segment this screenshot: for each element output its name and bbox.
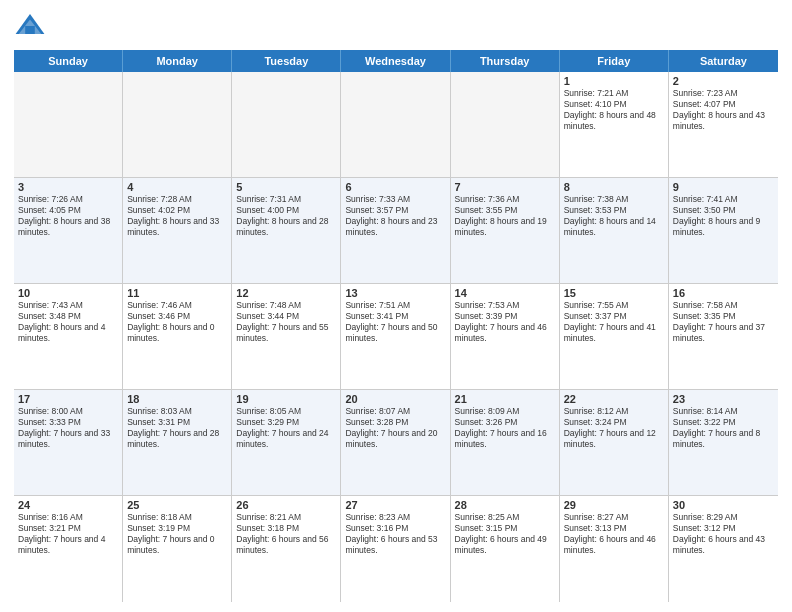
daylight-text: Daylight: 6 hours and 46 minutes.	[564, 534, 664, 556]
calendar-row-1: 3Sunrise: 7:26 AMSunset: 4:05 PMDaylight…	[14, 178, 778, 284]
day-number: 4	[127, 181, 227, 193]
calendar: SundayMondayTuesdayWednesdayThursdayFrid…	[14, 50, 778, 602]
sunset-text: Sunset: 3:50 PM	[673, 205, 774, 216]
day-number: 14	[455, 287, 555, 299]
daylight-text: Daylight: 7 hours and 37 minutes.	[673, 322, 774, 344]
daylight-text: Daylight: 7 hours and 41 minutes.	[564, 322, 664, 344]
sunset-text: Sunset: 3:35 PM	[673, 311, 774, 322]
calendar-cell-2-1: 11Sunrise: 7:46 AMSunset: 3:46 PMDayligh…	[123, 284, 232, 389]
daylight-text: Daylight: 7 hours and 46 minutes.	[455, 322, 555, 344]
sunset-text: Sunset: 3:31 PM	[127, 417, 227, 428]
calendar-cell-0-6: 2Sunrise: 7:23 AMSunset: 4:07 PMDaylight…	[669, 72, 778, 177]
calendar-cell-1-2: 5Sunrise: 7:31 AMSunset: 4:00 PMDaylight…	[232, 178, 341, 283]
sunrise-text: Sunrise: 7:38 AM	[564, 194, 664, 205]
sunset-text: Sunset: 3:24 PM	[564, 417, 664, 428]
sunset-text: Sunset: 3:55 PM	[455, 205, 555, 216]
daylight-text: Daylight: 7 hours and 24 minutes.	[236, 428, 336, 450]
weekday-header-friday: Friday	[560, 50, 669, 72]
sunset-text: Sunset: 4:05 PM	[18, 205, 118, 216]
calendar-cell-1-4: 7Sunrise: 7:36 AMSunset: 3:55 PMDaylight…	[451, 178, 560, 283]
calendar-cell-0-4	[451, 72, 560, 177]
day-number: 26	[236, 499, 336, 511]
sunrise-text: Sunrise: 7:28 AM	[127, 194, 227, 205]
sunrise-text: Sunrise: 8:23 AM	[345, 512, 445, 523]
calendar-cell-3-1: 18Sunrise: 8:03 AMSunset: 3:31 PMDayligh…	[123, 390, 232, 495]
calendar-cell-4-0: 24Sunrise: 8:16 AMSunset: 3:21 PMDayligh…	[14, 496, 123, 602]
daylight-text: Daylight: 6 hours and 53 minutes.	[345, 534, 445, 556]
sunrise-text: Sunrise: 7:26 AM	[18, 194, 118, 205]
sunset-text: Sunset: 3:19 PM	[127, 523, 227, 534]
sunset-text: Sunset: 3:28 PM	[345, 417, 445, 428]
calendar-cell-4-6: 30Sunrise: 8:29 AMSunset: 3:12 PMDayligh…	[669, 496, 778, 602]
sunrise-text: Sunrise: 7:41 AM	[673, 194, 774, 205]
sunset-text: Sunset: 4:07 PM	[673, 99, 774, 110]
day-number: 8	[564, 181, 664, 193]
day-number: 15	[564, 287, 664, 299]
daylight-text: Daylight: 7 hours and 8 minutes.	[673, 428, 774, 450]
calendar-cell-2-2: 12Sunrise: 7:48 AMSunset: 3:44 PMDayligh…	[232, 284, 341, 389]
sunrise-text: Sunrise: 8:25 AM	[455, 512, 555, 523]
sunrise-text: Sunrise: 8:03 AM	[127, 406, 227, 417]
day-number: 13	[345, 287, 445, 299]
sunset-text: Sunset: 4:00 PM	[236, 205, 336, 216]
page-header	[14, 10, 778, 42]
day-number: 1	[564, 75, 664, 87]
daylight-text: Daylight: 8 hours and 33 minutes.	[127, 216, 227, 238]
sunrise-text: Sunrise: 8:12 AM	[564, 406, 664, 417]
daylight-text: Daylight: 8 hours and 0 minutes.	[127, 322, 227, 344]
calendar-cell-2-5: 15Sunrise: 7:55 AMSunset: 3:37 PMDayligh…	[560, 284, 669, 389]
calendar-cell-0-5: 1Sunrise: 7:21 AMSunset: 4:10 PMDaylight…	[560, 72, 669, 177]
weekday-header-sunday: Sunday	[14, 50, 123, 72]
daylight-text: Daylight: 7 hours and 28 minutes.	[127, 428, 227, 450]
daylight-text: Daylight: 7 hours and 33 minutes.	[18, 428, 118, 450]
sunrise-text: Sunrise: 7:31 AM	[236, 194, 336, 205]
sunrise-text: Sunrise: 8:27 AM	[564, 512, 664, 523]
daylight-text: Daylight: 7 hours and 12 minutes.	[564, 428, 664, 450]
sunset-text: Sunset: 3:13 PM	[564, 523, 664, 534]
calendar-cell-1-3: 6Sunrise: 7:33 AMSunset: 3:57 PMDaylight…	[341, 178, 450, 283]
daylight-text: Daylight: 8 hours and 4 minutes.	[18, 322, 118, 344]
calendar-cell-2-0: 10Sunrise: 7:43 AMSunset: 3:48 PMDayligh…	[14, 284, 123, 389]
logo-icon	[14, 10, 46, 42]
calendar-cell-3-0: 17Sunrise: 8:00 AMSunset: 3:33 PMDayligh…	[14, 390, 123, 495]
day-number: 29	[564, 499, 664, 511]
sunrise-text: Sunrise: 7:23 AM	[673, 88, 774, 99]
calendar-cell-4-4: 28Sunrise: 8:25 AMSunset: 3:15 PMDayligh…	[451, 496, 560, 602]
calendar-body: 1Sunrise: 7:21 AMSunset: 4:10 PMDaylight…	[14, 72, 778, 602]
weekday-header-thursday: Thursday	[451, 50, 560, 72]
daylight-text: Daylight: 8 hours and 23 minutes.	[345, 216, 445, 238]
daylight-text: Daylight: 7 hours and 0 minutes.	[127, 534, 227, 556]
calendar-cell-4-3: 27Sunrise: 8:23 AMSunset: 3:16 PMDayligh…	[341, 496, 450, 602]
day-number: 24	[18, 499, 118, 511]
day-number: 9	[673, 181, 774, 193]
sunset-text: Sunset: 3:22 PM	[673, 417, 774, 428]
day-number: 3	[18, 181, 118, 193]
sunset-text: Sunset: 3:18 PM	[236, 523, 336, 534]
weekday-header-tuesday: Tuesday	[232, 50, 341, 72]
day-number: 7	[455, 181, 555, 193]
day-number: 21	[455, 393, 555, 405]
day-number: 6	[345, 181, 445, 193]
daylight-text: Daylight: 7 hours and 20 minutes.	[345, 428, 445, 450]
sunset-text: Sunset: 4:10 PM	[564, 99, 664, 110]
calendar-cell-2-6: 16Sunrise: 7:58 AMSunset: 3:35 PMDayligh…	[669, 284, 778, 389]
sunrise-text: Sunrise: 7:51 AM	[345, 300, 445, 311]
sunrise-text: Sunrise: 7:21 AM	[564, 88, 664, 99]
sunrise-text: Sunrise: 7:36 AM	[455, 194, 555, 205]
daylight-text: Daylight: 7 hours and 50 minutes.	[345, 322, 445, 344]
sunset-text: Sunset: 3:46 PM	[127, 311, 227, 322]
day-number: 16	[673, 287, 774, 299]
sunset-text: Sunset: 3:44 PM	[236, 311, 336, 322]
calendar-cell-2-3: 13Sunrise: 7:51 AMSunset: 3:41 PMDayligh…	[341, 284, 450, 389]
daylight-text: Daylight: 6 hours and 49 minutes.	[455, 534, 555, 556]
calendar-cell-4-1: 25Sunrise: 8:18 AMSunset: 3:19 PMDayligh…	[123, 496, 232, 602]
sunset-text: Sunset: 3:37 PM	[564, 311, 664, 322]
calendar-cell-3-3: 20Sunrise: 8:07 AMSunset: 3:28 PMDayligh…	[341, 390, 450, 495]
sunrise-text: Sunrise: 8:18 AM	[127, 512, 227, 523]
sunrise-text: Sunrise: 7:46 AM	[127, 300, 227, 311]
calendar-row-0: 1Sunrise: 7:21 AMSunset: 4:10 PMDaylight…	[14, 72, 778, 178]
sunset-text: Sunset: 3:16 PM	[345, 523, 445, 534]
daylight-text: Daylight: 8 hours and 43 minutes.	[673, 110, 774, 132]
sunrise-text: Sunrise: 8:29 AM	[673, 512, 774, 523]
calendar-cell-0-0	[14, 72, 123, 177]
